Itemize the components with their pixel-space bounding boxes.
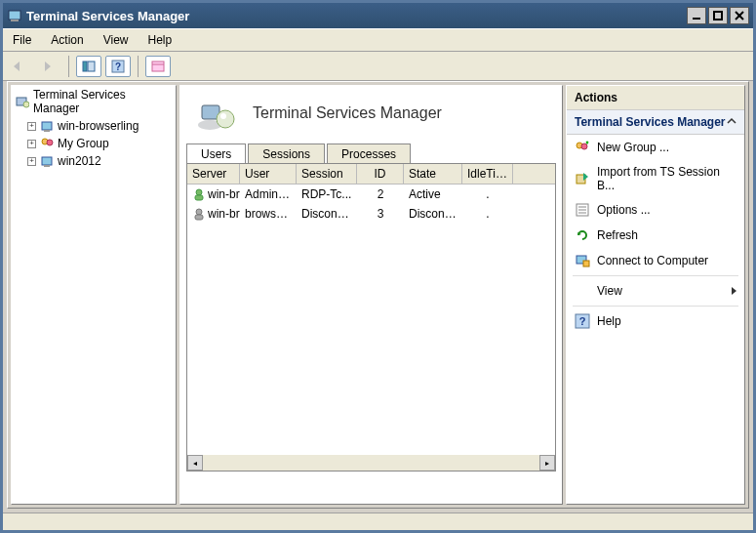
cell-id: 2 [357, 184, 404, 204]
maximize-button[interactable] [708, 7, 728, 24]
actions-subheader-label: Terminal Services Manager [575, 115, 726, 129]
cell-idle: . [462, 204, 513, 224]
expand-icon[interactable]: + [27, 122, 36, 131]
action-options[interactable]: Options ... [567, 197, 744, 223]
tab-sessions[interactable]: Sessions [248, 144, 325, 164]
forward-button[interactable] [36, 56, 61, 77]
center-header: Terminal Services Manager [188, 96, 554, 131]
tab-processes[interactable]: Processes [327, 144, 411, 164]
session-toolbar-button[interactable] [145, 56, 171, 77]
window-title: Terminal Services Manager [26, 9, 687, 23]
svg-text:?: ? [115, 62, 121, 72]
action-label: New Group ... [597, 141, 669, 154]
menu-help[interactable]: Help [139, 30, 182, 50]
col-id[interactable]: ID [357, 164, 404, 184]
actions-separator [573, 275, 738, 276]
connect-icon [575, 253, 590, 268]
menu-view[interactable]: View [94, 30, 139, 50]
table-row[interactable]: win-br... Administ... RDP-Tc... 2 Active… [187, 184, 555, 204]
titlebar[interactable]: Terminal Services Manager [3, 3, 753, 28]
svg-rect-1 [11, 20, 19, 21]
svg-point-13 [23, 102, 29, 107]
col-user[interactable]: User [240, 164, 297, 184]
table-row[interactable]: win-br... browserl... Disconn... 3 Disco… [187, 204, 555, 224]
cell-session: Disconn... [297, 204, 357, 224]
options-icon [575, 202, 590, 218]
close-button[interactable] [730, 7, 749, 24]
collapse-icon[interactable] [727, 115, 736, 129]
action-import[interactable]: Import from TS Session B... [567, 160, 744, 197]
action-label: Refresh [597, 228, 638, 242]
manager-large-icon [196, 96, 235, 131]
view-spacer [575, 283, 590, 299]
import-icon [575, 171, 590, 186]
tree-item-my-group[interactable]: + My Group [12, 135, 176, 152]
cell-user: browserl... [240, 204, 297, 224]
svg-rect-25 [195, 195, 203, 200]
svg-rect-6 [83, 62, 87, 71]
svg-point-22 [217, 110, 234, 128]
show-tree-button[interactable] [76, 56, 101, 77]
menu-file[interactable]: File [3, 30, 41, 50]
server-icon [40, 119, 54, 133]
tree-item-win2012[interactable]: + win2012 [12, 152, 176, 170]
action-label: Connect to Computer [597, 254, 708, 267]
cell-user: Administ... [240, 184, 297, 204]
user-disconnected-icon [192, 207, 206, 221]
action-refresh[interactable]: Refresh [567, 223, 744, 248]
tab-strip: Users Sessions Processes [186, 143, 556, 163]
horizontal-scrollbar[interactable]: ◂ ▸ [187, 455, 555, 471]
workspace: Terminal Services Manager + win-browserl… [3, 81, 753, 512]
col-idletime[interactable]: IdleTime [462, 164, 513, 184]
submenu-arrow-icon [732, 287, 736, 295]
cell-idle: . [462, 184, 513, 204]
user-active-icon [192, 187, 206, 201]
tree-root[interactable]: Terminal Services Manager [12, 86, 176, 117]
expand-icon[interactable]: + [27, 140, 36, 148]
app-icon [8, 8, 21, 24]
action-new-group[interactable]: New Group ... [567, 135, 744, 160]
actions-subheader[interactable]: Terminal Services Manager [567, 110, 744, 135]
tab-users[interactable]: Users [186, 144, 246, 164]
center-panel: Terminal Services Manager Users Sessions… [179, 85, 563, 505]
scroll-left-button[interactable]: ◂ [187, 455, 203, 471]
column-headers: Server User Session ID State IdleTime [187, 164, 555, 184]
help-toolbar-button[interactable]: ? [105, 56, 131, 77]
action-label: View [597, 284, 622, 298]
action-help[interactable]: ? Help [567, 308, 744, 334]
scroll-right-button[interactable]: ▸ [539, 455, 555, 471]
back-button[interactable] [7, 56, 32, 77]
server-icon [40, 154, 54, 168]
svg-point-26 [196, 209, 202, 215]
svg-point-17 [47, 140, 53, 145]
tree-item-win-browserling[interactable]: + win-browserling [12, 117, 176, 135]
action-label: Options ... [597, 203, 651, 217]
expand-icon[interactable]: + [27, 157, 36, 166]
svg-rect-18 [42, 157, 52, 165]
statusbar [3, 512, 753, 530]
cell-server: win-br... [208, 207, 240, 221]
group-icon [40, 137, 54, 150]
menu-action[interactable]: Action [41, 30, 93, 50]
menubar: File Action View Help [3, 28, 753, 52]
tree-panel: Terminal Services Manager + win-browserl… [11, 85, 177, 505]
svg-rect-7 [88, 62, 95, 71]
minimize-button[interactable] [687, 7, 706, 24]
action-view[interactable]: View [567, 278, 744, 304]
list-body: win-br... Administ... RDP-Tc... 2 Active… [187, 184, 555, 455]
tree-item-label: win2012 [58, 154, 101, 168]
col-session[interactable]: Session [297, 164, 357, 184]
svg-rect-27 [195, 215, 203, 220]
col-state[interactable]: State [404, 164, 462, 184]
toolbar-separator [68, 56, 69, 77]
stage: Terminal Services Manager + win-browserl… [7, 81, 749, 509]
action-connect[interactable]: Connect to Computer [567, 248, 744, 273]
col-server[interactable]: Server [187, 164, 240, 184]
manager-icon [16, 95, 29, 108]
new-group-icon [575, 140, 590, 155]
tree-item-label: My Group [58, 137, 109, 150]
refresh-icon [575, 227, 590, 243]
cell-server: win-br... [208, 187, 240, 201]
svg-point-29 [581, 144, 587, 149]
cell-id: 3 [357, 204, 404, 224]
